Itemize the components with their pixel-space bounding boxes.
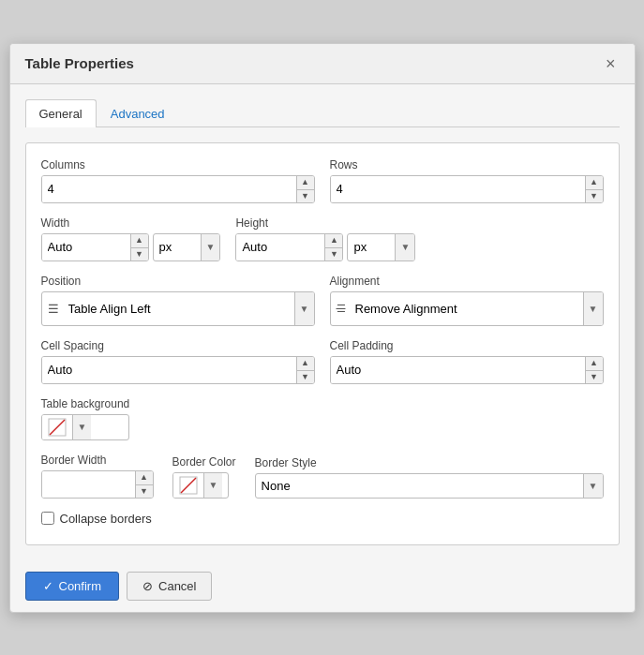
position-arrow-icon: ▼ (294, 292, 314, 325)
width-up-btn[interactable]: ▲ (131, 234, 148, 247)
width-input-wrapper: ▲ ▼ (41, 233, 149, 261)
height-up-btn[interactable]: ▲ (325, 234, 342, 247)
width-controls: ▲ ▼ px % em ▼ (41, 233, 221, 261)
columns-label: Columns (41, 158, 315, 171)
cell-padding-spin-btns: ▲ ▼ (585, 357, 603, 383)
spacing-padding-row: Cell Spacing ▲ ▼ Cell Padding ▲ (41, 339, 604, 384)
columns-rows-row: Columns ▲ ▼ Rows ▲ (41, 158, 604, 203)
height-down-btn[interactable]: ▼ (325, 247, 342, 261)
border-style-label: Border Style (255, 456, 604, 469)
table-bg-label: Table background (41, 397, 130, 410)
width-unit-wrapper: px % em ▼ (153, 233, 221, 261)
alignment-select[interactable]: Remove Alignment Left Center Right (350, 297, 577, 320)
border-color-arrow-icon: ▼ (203, 473, 223, 498)
border-width-spin-btns: ▲ ▼ (135, 471, 153, 498)
cancel-icon: ⊘ (142, 579, 153, 593)
cell-spacing-spin-btns: ▲ ▼ (296, 357, 314, 383)
border-style-select-wrapper: None Solid Dashed Dotted Double ▼ (255, 473, 604, 499)
collapse-borders-label[interactable]: Collapse borders (60, 512, 152, 526)
no-color-icon (48, 418, 67, 437)
tabs: General Advanced (25, 99, 620, 127)
height-controls: ▲ ▼ px % em ▼ (235, 233, 415, 261)
position-select-wrapper: ☰ Table Align Left Table Align Center Ta… (41, 291, 315, 326)
border-width-group: Border Width ▲ ▼ (41, 454, 154, 499)
close-button[interactable]: × (602, 55, 620, 72)
cancel-button[interactable]: ⊘ Cancel (127, 572, 212, 601)
width-group: Width ▲ ▼ px % (41, 216, 221, 261)
table-bg-group: Table background ▼ (41, 397, 130, 440)
width-label: Width (41, 216, 221, 230)
height-unit-arrow-icon: ▼ (395, 234, 414, 261)
dialog-title: Table Properties (25, 55, 134, 71)
rows-down-btn[interactable]: ▼ (586, 189, 603, 202)
height-input-wrapper: ▲ ▼ (235, 233, 343, 261)
cell-spacing-label: Cell Spacing (41, 339, 315, 352)
table-bg-color-swatch (42, 415, 72, 439)
cell-padding-group: Cell Padding ▲ ▼ (330, 339, 604, 384)
cell-spacing-up-btn[interactable]: ▲ (297, 357, 314, 370)
cell-padding-input[interactable] (331, 357, 585, 383)
position-label: Position (41, 275, 315, 288)
border-style-arrow-icon: ▼ (583, 474, 603, 498)
width-down-btn[interactable]: ▼ (131, 247, 148, 261)
border-width-input-wrapper: ▲ ▼ (41, 470, 154, 499)
table-properties-dialog: Table Properties × General Advanced Colu… (9, 43, 636, 613)
position-select[interactable]: Table Align Left Table Align Center Tabl… (63, 297, 289, 320)
border-width-down-btn[interactable]: ▼ (136, 484, 153, 498)
tab-general[interactable]: General (25, 99, 97, 127)
border-width-up-btn[interactable]: ▲ (136, 471, 153, 484)
columns-input[interactable] (42, 176, 296, 202)
rows-input[interactable] (331, 176, 585, 202)
cell-spacing-input[interactable] (42, 357, 296, 383)
rows-up-btn[interactable]: ▲ (586, 176, 603, 189)
border-color-swatch-btn[interactable]: ▼ (172, 472, 229, 499)
cell-spacing-down-btn[interactable]: ▼ (297, 370, 314, 383)
height-label: Height (235, 216, 415, 230)
columns-input-wrapper: ▲ ▼ (41, 175, 315, 203)
border-color-label: Border Color (172, 455, 236, 469)
collapse-borders-row: Collapse borders (41, 512, 604, 526)
table-bg-row: Table background ▼ (41, 397, 604, 440)
table-bg-arrow-icon: ▼ (72, 415, 92, 439)
position-alignment-row: Position ☰ Table Align Left Table Align … (41, 275, 604, 326)
rows-spin-btns: ▲ ▼ (585, 176, 603, 202)
height-group: Height ▲ ▼ px % (235, 216, 415, 261)
width-spin-btns: ▲ ▼ (130, 234, 148, 261)
border-width-label: Border Width (41, 454, 154, 467)
columns-spin-btns: ▲ ▼ (296, 176, 314, 202)
height-unit-wrapper: px % em ▼ (347, 233, 415, 261)
form-area: Columns ▲ ▼ Rows ▲ (25, 142, 620, 545)
cell-padding-up-btn[interactable]: ▲ (586, 357, 603, 370)
width-input[interactable] (42, 234, 130, 261)
alignment-select-wrapper: ☰ Remove Alignment Left Center Right ▼ (330, 291, 604, 326)
width-height-row: Width ▲ ▼ px % (41, 216, 604, 261)
cell-padding-input-wrapper: ▲ ▼ (330, 356, 604, 384)
cell-padding-label: Cell Padding (330, 339, 604, 352)
columns-up-btn[interactable]: ▲ (297, 176, 314, 189)
cell-padding-down-btn[interactable]: ▼ (586, 370, 603, 383)
confirm-button[interactable]: ✓ Confirm (25, 572, 120, 601)
table-bg-swatch-btn[interactable]: ▼ (41, 414, 130, 440)
confirm-check-icon: ✓ (43, 579, 53, 593)
collapse-borders-checkbox[interactable] (41, 512, 54, 525)
height-input[interactable] (236, 234, 324, 261)
position-select-inner: ☰ Table Align Left Table Align Center Ta… (42, 292, 294, 325)
cancel-label: Cancel (158, 579, 196, 593)
alignment-arrow-icon: ▼ (583, 292, 603, 325)
border-style-select[interactable]: None Solid Dashed Dotted Double (256, 474, 583, 498)
columns-down-btn[interactable]: ▼ (297, 189, 314, 202)
alignment-group: Alignment ☰ Remove Alignment Left Center… (330, 275, 604, 326)
width-unit-select[interactable]: px % em (154, 234, 201, 261)
border-width-input[interactable] (42, 471, 135, 498)
position-group: Position ☰ Table Align Left Table Align … (41, 275, 315, 326)
height-unit-select[interactable]: px % em (348, 234, 395, 261)
remove-alignment-icon: ☰ (337, 303, 346, 315)
rows-group: Rows ▲ ▼ (330, 158, 604, 203)
border-no-color-icon (179, 476, 198, 495)
table-align-left-icon: ☰ (48, 302, 59, 316)
columns-group: Columns ▲ ▼ (41, 158, 315, 203)
rows-input-wrapper: ▲ ▼ (330, 175, 604, 203)
rows-label: Rows (330, 158, 604, 171)
tab-advanced[interactable]: Advanced (97, 99, 179, 127)
width-unit-arrow-icon: ▼ (201, 234, 220, 261)
